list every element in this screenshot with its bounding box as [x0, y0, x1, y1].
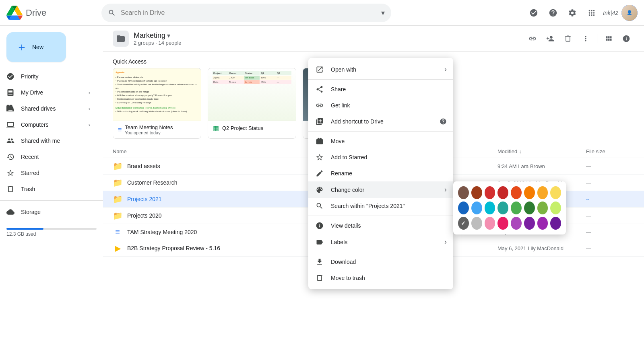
color-swatch-green-light[interactable]	[537, 202, 548, 214]
info-button[interactable]	[618, 31, 634, 47]
sidebar-item-label-shared-drives: Shared drives	[21, 105, 56, 112]
menu-item-change-color[interactable]: Change color ›	[308, 181, 453, 198]
color-swatch-lime[interactable]	[550, 202, 561, 214]
file-modified-brand-assets: 9:34 AM Lara Brown	[497, 163, 586, 169]
menu-item-labels[interactable]: Labels ›	[308, 234, 453, 250]
color-swatch-lavender-dark[interactable]	[537, 217, 548, 230]
color-swatch-grape[interactable]	[497, 202, 508, 214]
menu-item-download[interactable]: Download	[308, 254, 453, 270]
open-with-icon	[315, 66, 324, 74]
folder-title: Marketing	[134, 31, 165, 40]
search-chevron-icon[interactable]: ▾	[381, 8, 385, 17]
menu-item-search-within[interactable]: Search within "Projects 2021"	[308, 198, 453, 214]
color-swatch-basil[interactable]	[550, 186, 561, 199]
apps-grid-icon[interactable]	[584, 5, 600, 21]
sidebar-item-priority[interactable]: Priority	[0, 68, 97, 84]
menu-divider-4	[308, 252, 453, 252]
spreadsheet-icon-q2: ▦	[213, 124, 219, 132]
user-avatar[interactable]: 👤	[621, 5, 638, 21]
delete-button[interactable]	[560, 31, 576, 47]
grid-view-button[interactable]	[601, 31, 617, 47]
menu-label-add-starred: Add to Starred	[331, 154, 447, 160]
storage-bar-fill	[6, 228, 43, 230]
sidebar-item-storage[interactable]: Storage	[0, 204, 97, 220]
color-swatch-blueberry[interactable]	[471, 202, 482, 214]
color-swatch-sage[interactable]	[537, 186, 548, 199]
color-swatch-pink[interactable]	[485, 217, 495, 230]
menu-item-move-to-trash[interactable]: Move to trash	[308, 270, 453, 286]
new-button[interactable]: ＋ New	[6, 32, 66, 62]
color-swatch-silver[interactable]	[471, 217, 482, 230]
card-info-team-meeting: ≡ Team Meeting Notes You opened today	[113, 121, 201, 138]
computers-icon	[6, 121, 14, 129]
menu-label-change-color: Change color	[331, 187, 438, 193]
storage-icon	[6, 208, 14, 216]
starred-icon	[6, 169, 14, 177]
menu-label-move: Move	[331, 138, 447, 144]
color-swatch-banana[interactable]	[524, 186, 535, 199]
menu-item-move[interactable]: Move	[308, 133, 453, 149]
menu-item-share[interactable]: Share	[308, 81, 453, 97]
add-person-button[interactable]	[542, 31, 558, 47]
menu-label-view-details: View details	[331, 222, 447, 229]
color-swatch-no-color[interactable]	[458, 217, 469, 230]
move-to-trash-icon	[315, 274, 324, 282]
sidebar-item-shared-drives[interactable]: Shared drives ›	[0, 101, 97, 117]
settings-icon[interactable]	[564, 5, 580, 21]
sidebar-item-label-shared-with-me: Shared with me	[21, 138, 60, 144]
color-row-1	[458, 202, 561, 214]
sidebar-divider	[0, 200, 103, 201]
quick-card-team-meeting[interactable]: Agenda • Please review slides plan • Put…	[113, 68, 201, 139]
change-color-arrow: ›	[444, 185, 447, 194]
card-title-team-meeting: Team Meeting Notes	[125, 124, 173, 130]
color-swatch-peacock[interactable]	[458, 202, 469, 214]
search-bar[interactable]: ▾	[101, 4, 391, 22]
color-swatch-purple[interactable]	[511, 217, 522, 230]
color-swatch-lavender[interactable]	[485, 202, 495, 214]
divider	[597, 34, 597, 43]
search-input[interactable]	[121, 9, 376, 16]
sidebar-item-starred[interactable]: Starred	[0, 165, 97, 181]
sidebar-item-trash[interactable]: Trash	[0, 181, 97, 197]
menu-label-open-with: Open with	[331, 66, 438, 73]
sidebar-item-shared-with-me[interactable]: Shared with me	[0, 133, 97, 149]
link-button[interactable]	[524, 31, 541, 47]
file-size-tam-strategy: —	[586, 229, 634, 235]
share-icon	[315, 85, 324, 93]
color-swatch-cocoa[interactable]	[458, 186, 469, 199]
sidebar-item-label-storage: Storage	[21, 209, 41, 215]
color-swatch-tangerine[interactable]	[511, 186, 522, 199]
storage-area: 12.3 GB used	[0, 220, 103, 242]
color-swatch-tomato[interactable]	[485, 186, 495, 199]
menu-label-move-to-trash: Move to trash	[331, 275, 447, 281]
sidebar-item-my-drive[interactable]: My Drive ›	[0, 84, 97, 101]
menu-item-get-link[interactable]: Get link	[308, 97, 453, 113]
quick-card-q2-project[interactable]: Project Owner Status Q2 Q3 Alpha J.Kim O…	[208, 68, 296, 139]
color-swatch-grape-darker[interactable]	[550, 217, 561, 230]
app-title: Drive	[26, 8, 46, 18]
help-icon[interactable]	[545, 5, 561, 21]
sidebar-item-computers[interactable]: Computers ›	[0, 117, 97, 133]
new-button-label: New	[32, 44, 43, 50]
more-vert-button[interactable]	[578, 31, 594, 47]
menu-item-add-shortcut[interactable]: Add shortcut to Drive	[308, 113, 453, 130]
color-swatch-graphite[interactable]	[511, 202, 522, 214]
menu-item-rename[interactable]: Rename	[308, 165, 453, 181]
download-icon	[315, 258, 324, 266]
color-swatch-flamingo[interactable]	[497, 186, 508, 199]
marketing-folder-icon	[113, 31, 129, 47]
color-swatch-green-dark[interactable]	[524, 202, 535, 214]
menu-item-add-starred[interactable]: Add to Starred	[308, 149, 453, 165]
color-swatch-rose[interactable]	[497, 217, 508, 230]
done-icon[interactable]	[526, 5, 542, 21]
menu-item-open-with[interactable]: Open with ›	[308, 61, 453, 78]
color-swatch-brick[interactable]	[471, 186, 482, 199]
menu-item-view-details[interactable]: View details	[308, 218, 453, 234]
card-preview-q2: Project Owner Status Q2 Q3 Alpha J.Kim O…	[208, 68, 296, 121]
folder-chevron[interactable]: ▾	[167, 32, 170, 39]
sidebar-item-recent[interactable]: Recent	[0, 149, 97, 165]
color-swatch-grape-dark[interactable]	[524, 217, 535, 230]
col-header-modified[interactable]: Modified ↓	[497, 148, 586, 154]
file-size-customer-research: —	[586, 180, 634, 186]
rename-icon	[315, 169, 324, 177]
